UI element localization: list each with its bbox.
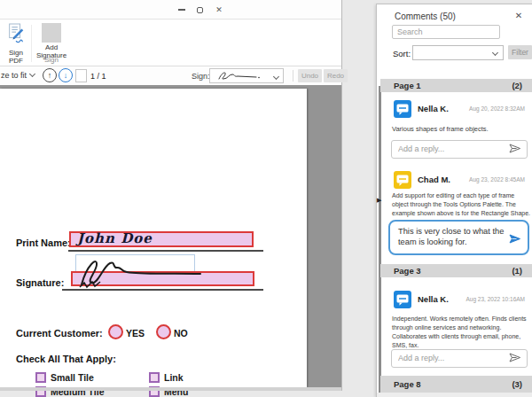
section-label: Page 1 <box>394 81 421 90</box>
print-name-line <box>68 250 263 252</box>
speech-bubble-icon <box>394 291 411 308</box>
section-count: (1) <box>512 266 522 276</box>
comment-timestamp: Aug 20, 2022 8:32AM <box>469 105 525 112</box>
filter-label: Filter <box>512 48 528 57</box>
ribbon: Sign PDF Add Signature Sign <box>0 19 341 66</box>
arrow-up-icon: ↑ <box>48 71 52 80</box>
current-customer-label: Current Customer: <box>16 328 103 339</box>
section-label: Page 8 <box>394 379 421 389</box>
next-page-button[interactable]: ↓ <box>59 68 73 82</box>
section-header-page-3[interactable]: Page 3 (1) <box>380 264 532 277</box>
section-header-page-1[interactable]: Page 1 (2) <box>380 79 532 92</box>
sign-combo-label: Sign: <box>192 72 210 81</box>
signature-line <box>62 289 263 291</box>
comment-timestamp: Aug 23, 2022 10:16AM <box>466 296 526 302</box>
sort-label: Sort: <box>393 49 411 58</box>
comment-author: Nella K. <box>418 294 449 304</box>
sign-pdf-label: Sign PDF <box>2 49 30 65</box>
checkbox-label: Small Tile <box>51 372 94 383</box>
view-toolbar: ze to fit ↑ ↓ 1 / 1 Sign: Undo <box>0 66 341 85</box>
check-all-label: Check All That Apply: <box>16 354 116 364</box>
send-icon[interactable] <box>509 234 521 244</box>
radio-yes-label: YES <box>126 328 145 339</box>
section-count: (3) <box>512 379 522 389</box>
toolbar-separator <box>293 70 293 82</box>
comment-body: Add support for editing of each type of … <box>392 191 532 218</box>
print-name-value: John Doe <box>77 230 153 246</box>
filter-button[interactable]: Filter <box>508 45 532 59</box>
minimize-icon <box>178 9 185 11</box>
speech-bubble-icon <box>394 100 411 118</box>
signature-label: Signature: <box>16 277 64 288</box>
page-indicator: 1 / 1 <box>90 72 106 81</box>
redo-label: Redo <box>327 72 344 80</box>
section-count: (2) <box>512 81 522 90</box>
window-bottom-strip <box>0 387 341 391</box>
send-icon[interactable] <box>509 144 521 153</box>
signature-style-dropdown[interactable] <box>209 68 284 83</box>
reply-draft-text: This is very close to what the team is l… <box>398 226 508 247</box>
ribbon-group-sign-label: Sign <box>35 56 67 64</box>
comment-author: Chad M. <box>418 175 450 184</box>
comment-author: Nella K. <box>418 104 449 113</box>
panel-collapse-arrow-icon[interactable]: ▶ <box>377 197 381 203</box>
section-header-page-8[interactable]: Page 8 (3) <box>380 376 532 393</box>
maximize-icon <box>197 7 203 13</box>
titlebar: ✕ <box>0 0 341 19</box>
radio-no[interactable] <box>156 324 171 339</box>
add-signature-button[interactable]: Add Signature <box>35 23 68 59</box>
signature-preview-icon <box>214 70 267 82</box>
comment-author-icon <box>394 100 411 118</box>
reply-input[interactable] <box>391 140 528 159</box>
panel-scrollbar[interactable] <box>379 86 381 397</box>
panel-bottom-strip <box>377 393 532 397</box>
undo-label: Undo <box>301 72 318 80</box>
sort-dropdown[interactable] <box>412 45 504 60</box>
chevron-down-icon <box>492 50 498 56</box>
comment-body: Independent. Works remotely often. Finds… <box>392 315 532 350</box>
radio-no-label: NO <box>174 328 188 339</box>
comments-panel-close-button[interactable]: ✕ <box>512 9 526 21</box>
ribbon-divider <box>31 25 32 62</box>
print-name-field[interactable]: John Doe <box>69 231 254 247</box>
radio-yes[interactable] <box>108 324 123 339</box>
send-icon[interactable] <box>509 353 521 362</box>
comment-body: Various shapes of frame objects. <box>392 125 532 134</box>
checkbox-label: Link <box>164 372 184 383</box>
checkbox-link[interactable] <box>149 372 160 383</box>
close-button[interactable]: ✕ <box>207 0 231 19</box>
comments-panel: ▶ Comments (50) ✕ Sort: Filter Page 1 (2… <box>376 4 532 397</box>
search-input[interactable] <box>392 25 500 39</box>
comments-panel-title: Comments (50) <box>395 12 456 21</box>
pdf-page: Print Name: John Doe Signature: Current … <box>0 89 307 387</box>
comment-timestamp: Aug 23, 2022 8:45AM <box>469 176 525 183</box>
document-viewer: Print Name: John Doe Signature: Current … <box>0 85 341 387</box>
sign-pdf-button[interactable]: Sign PDF <box>2 23 30 65</box>
reply-input[interactable] <box>391 349 528 368</box>
checkbox-small-tile[interactable] <box>35 372 46 383</box>
chevron-down-icon <box>29 71 35 77</box>
close-icon: ✕ <box>215 6 223 14</box>
speech-bubble-icon <box>394 171 411 189</box>
redo-button[interactable]: Redo <box>324 69 348 82</box>
comment-author-icon <box>394 291 411 308</box>
undo-button[interactable]: Undo <box>298 69 322 82</box>
comment-author-icon <box>394 171 411 189</box>
pdf-app-window: ✕ Sign PDF Add Signature <box>0 0 342 391</box>
reply-draft-box[interactable]: This is very close to what the team is l… <box>388 220 529 255</box>
previous-page-button[interactable]: ↑ <box>43 68 57 82</box>
reply-box <box>391 139 528 158</box>
arrow-down-icon: ↓ <box>64 71 68 80</box>
add-signature-icon <box>42 23 61 43</box>
chevron-down-icon <box>273 74 279 80</box>
sign-pdf-icon <box>6 23 26 44</box>
screen: ✕ Sign PDF Add Signature <box>0 0 532 397</box>
signature-scribble[interactable] <box>71 254 204 292</box>
close-icon: ✕ <box>515 11 522 20</box>
section-label: Page 3 <box>394 266 421 276</box>
print-name-label: Print Name: <box>16 237 71 248</box>
zoom-dropdown-value: ze to fit <box>1 71 27 80</box>
reply-box <box>391 348 528 367</box>
page-number-input[interactable] <box>75 69 87 82</box>
